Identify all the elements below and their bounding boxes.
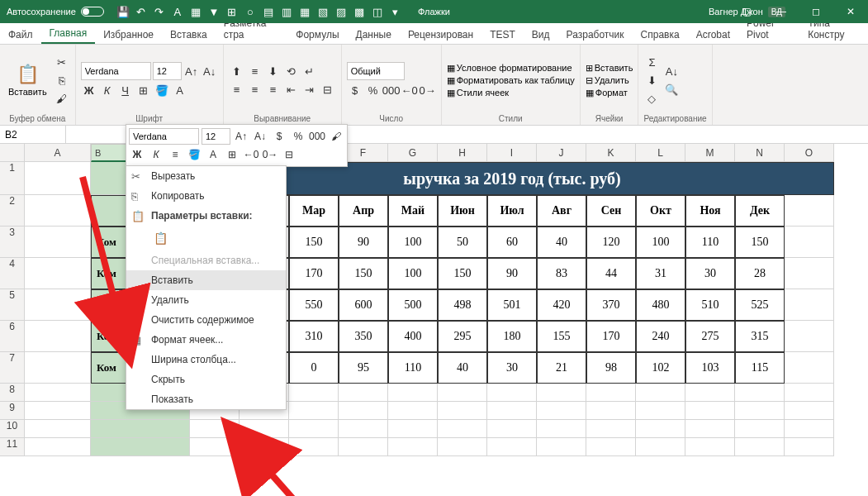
comma-icon[interactable]: 000 (383, 82, 400, 98)
sort-filter-icon[interactable]: A↓ (663, 63, 680, 79)
redo-icon[interactable]: ↷ (152, 4, 167, 19)
increase-indent-icon[interactable]: ⇥ (301, 81, 318, 98)
currency-icon[interactable]: $ (271, 128, 287, 145)
decrease-decimal-icon[interactable]: 0→ (262, 146, 278, 163)
font-color-icon[interactable]: A (170, 4, 185, 19)
col-header-I[interactable]: I (487, 144, 537, 162)
col-header-K[interactable]: K (586, 144, 636, 162)
col-header-L[interactable]: L (636, 144, 685, 162)
tab-acrobat[interactable]: Acrobat (688, 25, 738, 44)
tab-favorites[interactable]: Избранное (95, 25, 162, 44)
col-header-M[interactable]: M (685, 144, 735, 162)
qat-icon-4[interactable]: ▤ (261, 4, 276, 19)
ctx-hide[interactable]: Скрыть (126, 370, 286, 389)
maximize-icon[interactable]: ◻ (799, 0, 833, 23)
ctx-cut[interactable]: ✂Вырезать (126, 166, 286, 186)
font-color-icon[interactable]: A (205, 146, 221, 163)
qat-icon-9[interactable]: ▩ (352, 4, 367, 19)
tab-help[interactable]: Справка (633, 25, 688, 44)
qat-icon-7[interactable]: ▧ (315, 4, 330, 19)
paste-option-icon[interactable]: 📋 (151, 229, 169, 247)
insert-cells-button[interactable]: ⊞ Вставить (586, 63, 633, 74)
qat-more-icon[interactable]: ▾ (388, 4, 403, 19)
borders-icon[interactable]: ⊞ (135, 82, 152, 98)
tab-developer[interactable]: Разработчик (558, 25, 633, 44)
decrease-indent-icon[interactable]: ⇤ (283, 81, 300, 98)
col-header-A[interactable]: A (25, 144, 91, 162)
ctx-unhide[interactable]: Показать (126, 389, 286, 409)
align-right-icon[interactable]: ≡ (265, 81, 282, 98)
underline-icon[interactable]: Ч (117, 82, 134, 98)
decrease-decimal-icon[interactable]: 0→ (420, 82, 436, 98)
ctx-col-width[interactable]: Ширина столбца... (126, 350, 286, 370)
ctx-format-cells[interactable]: ▦Формат ячеек... (126, 330, 286, 350)
minimize-icon[interactable]: — (764, 0, 799, 23)
ctx-clear[interactable]: Очистить содержимое (126, 310, 286, 330)
align-center-icon[interactable]: ≡ (247, 81, 263, 98)
tab-insert[interactable]: Вставка (162, 25, 216, 44)
fill-color-icon[interactable]: 🪣 (154, 82, 170, 98)
borders-icon[interactable]: ⊞ (224, 146, 240, 163)
delete-cells-button[interactable]: ⊟ Удалить (586, 75, 629, 86)
font-size-select[interactable]: 12 (153, 62, 182, 80)
tab-data[interactable]: Данные (348, 25, 400, 44)
ribbon-display-icon[interactable]: ▢ (729, 0, 764, 23)
col-header-O[interactable]: O (785, 144, 834, 162)
undo-icon[interactable]: ↶ (134, 4, 149, 19)
tab-home[interactable]: Главная (41, 23, 96, 44)
col-header-H[interactable]: H (438, 144, 487, 162)
number-format-select[interactable]: Общий (347, 62, 405, 80)
decrease-font-icon[interactable]: A↓ (252, 128, 268, 145)
fill-color-icon[interactable]: 🪣 (186, 146, 202, 163)
font-name-select[interactable]: Verdana (81, 62, 151, 80)
cut-icon[interactable]: ✂ (54, 54, 70, 70)
bold-icon[interactable]: Ж (81, 82, 97, 98)
tab-view[interactable]: Вид (524, 25, 558, 44)
format-as-table-button[interactable]: ▦ Форматировать как таблицу (447, 75, 575, 86)
percent-icon[interactable]: % (290, 128, 306, 145)
cell-styles-button[interactable]: ▦ Стили ячеек (447, 88, 509, 98)
filter-icon[interactable]: ▼ (206, 4, 221, 19)
align-middle-icon[interactable]: ≡ (247, 63, 263, 79)
tab-test[interactable]: TEST (481, 25, 524, 44)
qat-icon-3[interactable]: ○ (243, 4, 258, 19)
wrap-text-icon[interactable]: ↵ (301, 63, 318, 79)
tab-file[interactable]: Файл (0, 25, 41, 44)
merge-icon[interactable]: ⊟ (281, 146, 297, 163)
copy-icon[interactable]: ⎘ (54, 72, 70, 88)
fill-icon[interactable]: ⬇ (643, 72, 660, 88)
format-painter-icon[interactable]: 🖌 (54, 90, 70, 107)
qat-icon-6[interactable]: ▦ (297, 4, 312, 19)
mini-font-select[interactable]: Verdana (129, 128, 199, 145)
merge-icon[interactable]: ⊟ (320, 81, 336, 98)
ctx-insert[interactable]: Вставить (126, 270, 286, 290)
ctx-copy[interactable]: ⎘Копировать (126, 186, 286, 206)
italic-icon[interactable]: К (148, 146, 164, 163)
mini-size-select[interactable]: 12 (202, 128, 230, 145)
increase-decimal-icon[interactable]: ←0 (401, 82, 418, 98)
clear-icon[interactable]: ◇ (643, 90, 660, 107)
comma-icon[interactable]: 000 (309, 128, 325, 145)
qat-icon[interactable]: ▦ (188, 4, 203, 19)
orientation-icon[interactable]: ⟲ (283, 63, 300, 79)
qat-icon-10[interactable]: ◫ (370, 4, 385, 19)
italic-icon[interactable]: К (99, 82, 116, 98)
bold-icon[interactable]: Ж (129, 146, 145, 163)
align-top-icon[interactable]: ⬆ (229, 63, 245, 79)
autosum-icon[interactable]: Σ (643, 54, 660, 70)
align-icon[interactable]: ≡ (167, 146, 183, 163)
save-icon[interactable]: 💾 (116, 4, 130, 19)
format-painter-icon[interactable]: 🖌 (328, 128, 344, 145)
decrease-font-icon[interactable]: A↓ (202, 63, 218, 79)
tab-formulas[interactable]: Формулы (287, 25, 347, 44)
qat-icon-8[interactable]: ▨ (334, 4, 349, 19)
ctx-delete[interactable]: Удалить (126, 290, 286, 310)
autosave-toggle[interactable]: Автосохранение (0, 7, 111, 17)
currency-icon[interactable]: $ (347, 82, 363, 98)
percent-icon[interactable]: % (365, 82, 382, 98)
name-box[interactable]: B2 (0, 126, 66, 143)
qat-icon-5[interactable]: ▥ (279, 4, 294, 19)
tab-review[interactable]: Рецензирован (400, 25, 481, 44)
increase-font-icon[interactable]: A↑ (233, 128, 249, 145)
col-header-J[interactable]: J (537, 144, 586, 162)
